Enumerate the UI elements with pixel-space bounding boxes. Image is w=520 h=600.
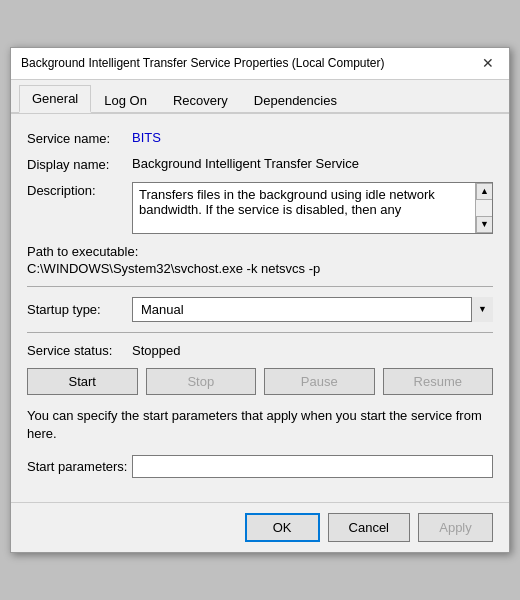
close-button[interactable]: ✕: [477, 52, 499, 74]
pause-button[interactable]: Pause: [264, 368, 375, 395]
tab-recovery[interactable]: Recovery: [160, 86, 241, 114]
service-status-row: Service status: Stopped: [27, 343, 493, 358]
tab-dependencies[interactable]: Dependencies: [241, 86, 350, 114]
scroll-up-arrow[interactable]: ▲: [476, 183, 493, 200]
path-label: Path to executable:: [27, 244, 493, 259]
scroll-down-arrow[interactable]: ▼: [476, 216, 493, 233]
properties-window: Background Intelligent Transfer Service …: [10, 47, 510, 553]
display-name-row: Display name: Background Intelligent Tra…: [27, 156, 493, 172]
description-text: Transfers files in the background using …: [139, 187, 435, 217]
startup-type-select[interactable]: Automatic Automatic (Delayed Start) Manu…: [132, 297, 493, 322]
start-params-label: Start parameters:: [27, 459, 132, 474]
start-params-input[interactable]: [132, 455, 493, 478]
service-status-value: Stopped: [132, 343, 180, 358]
window-title: Background Intelligent Transfer Service …: [21, 56, 385, 70]
tab-bar: General Log On Recovery Dependencies: [11, 80, 509, 114]
description-scrollbar[interactable]: ▲ ▼: [475, 183, 492, 233]
service-name-value: BITS: [132, 130, 493, 145]
start-params-row: Start parameters:: [27, 455, 493, 478]
apply-button[interactable]: Apply: [418, 513, 493, 542]
description-label: Description:: [27, 182, 132, 198]
startup-type-label: Startup type:: [27, 302, 132, 317]
tab-content: Service name: BITS Display name: Backgro…: [11, 114, 509, 502]
start-button[interactable]: Start: [27, 368, 138, 395]
divider-2: [27, 332, 493, 333]
startup-type-row: Startup type: Automatic Automatic (Delay…: [27, 297, 493, 322]
bottom-buttons-bar: OK Cancel Apply: [11, 502, 509, 552]
display-name-value: Background Intelligent Transfer Service: [132, 156, 493, 171]
startup-type-wrapper: Automatic Automatic (Delayed Start) Manu…: [132, 297, 493, 322]
display-name-label: Display name:: [27, 156, 132, 172]
resume-button[interactable]: Resume: [383, 368, 494, 395]
tab-general[interactable]: General: [19, 85, 91, 113]
service-buttons-row: Start Stop Pause Resume: [27, 368, 493, 395]
description-container: Transfers files in the background using …: [132, 182, 493, 234]
path-value: C:\WINDOWS\System32\svchost.exe -k netsv…: [27, 261, 493, 276]
title-bar: Background Intelligent Transfer Service …: [11, 48, 509, 80]
service-name-label: Service name:: [27, 130, 132, 146]
service-name-row: Service name: BITS: [27, 130, 493, 146]
cancel-button[interactable]: Cancel: [328, 513, 410, 542]
divider-1: [27, 286, 493, 287]
stop-button[interactable]: Stop: [146, 368, 257, 395]
description-row: Description: Transfers files in the back…: [27, 182, 493, 234]
service-status-label: Service status:: [27, 343, 132, 358]
tab-logon[interactable]: Log On: [91, 86, 160, 114]
ok-button[interactable]: OK: [245, 513, 320, 542]
path-section: Path to executable: C:\WINDOWS\System32\…: [27, 244, 493, 276]
hint-text: You can specify the start parameters tha…: [27, 407, 493, 443]
description-box: Transfers files in the background using …: [132, 182, 493, 234]
